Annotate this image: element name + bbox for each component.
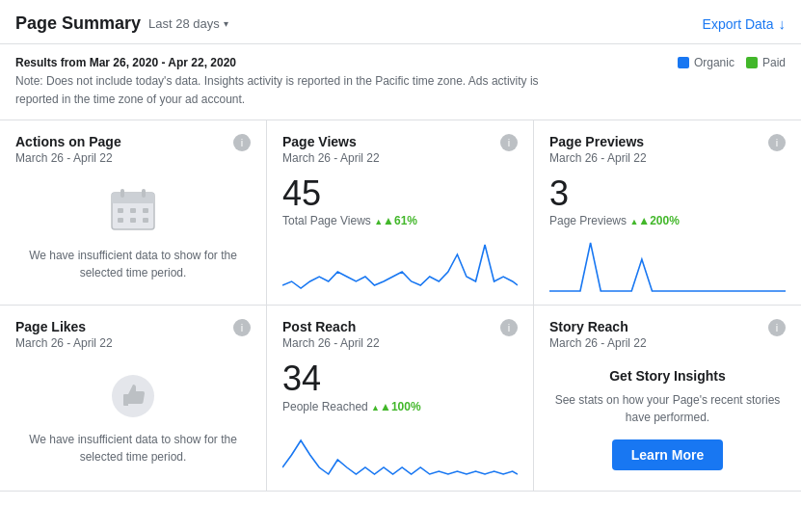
svg-rect-1	[112, 193, 154, 203]
card-title: Post Reach	[282, 319, 380, 334]
metric-value: 3	[549, 174, 786, 213]
page-previews-chart	[549, 235, 786, 293]
header: Page Summary Last 28 days ▾ Export Data …	[0, 0, 801, 44]
paid-dot	[746, 57, 758, 68]
info-icon[interactable]: i	[500, 319, 518, 336]
card-title: Page Likes	[15, 319, 113, 334]
insufficient-text: We have insufficient data to show for th…	[15, 247, 251, 281]
notice-dates: Results from Mar 26, 2020 - Apr 22, 2020	[15, 56, 236, 69]
card-title: Page Views	[282, 134, 380, 149]
chevron-down-icon: ▾	[224, 18, 228, 29]
metric-label-text: Total Page Views	[282, 214, 371, 227]
card-body: We have insufficient data to show for th…	[15, 174, 251, 294]
card-title: Story Reach	[549, 319, 647, 334]
notice-details: Note: Does not include today's data. Ins…	[15, 74, 539, 106]
page-views-chart	[282, 235, 518, 293]
organic-label: Organic	[694, 56, 734, 69]
card-header: Story Reach March 26 - April 22 i	[549, 319, 786, 358]
svg-rect-3	[142, 189, 146, 198]
page-previews-card: Page Previews March 26 - April 22 i 3 Pa…	[534, 120, 801, 306]
metric-value: 45	[282, 174, 518, 213]
card-title-block: Story Reach March 26 - April 22	[549, 319, 647, 358]
metric-label: People Reached ▲100%	[282, 400, 518, 413]
metric-change: ▲100%	[371, 400, 421, 413]
svg-rect-6	[143, 208, 148, 213]
actions-on-page-card: Actions on Page March 26 - April 22 i	[0, 120, 267, 306]
date-range-selector[interactable]: Last 28 days ▾	[148, 16, 228, 31]
date-range-label: Last 28 days	[148, 16, 220, 31]
legend: Organic Paid	[678, 54, 786, 69]
metric-value: 34	[282, 359, 518, 398]
metric-change: ▲61%	[374, 214, 417, 227]
card-title-block: Page Likes March 26 - April 22	[15, 319, 113, 358]
svg-rect-4	[118, 208, 123, 213]
story-reach-card: Story Reach March 26 - April 22 i Get St…	[534, 306, 801, 491]
learn-more-button[interactable]: Learn More	[612, 439, 723, 470]
metric-change: ▲200%	[629, 214, 680, 227]
svg-rect-9	[143, 218, 148, 223]
header-left: Page Summary Last 28 days ▾	[15, 13, 228, 34]
insufficient-text: We have insufficient data to show for th…	[15, 431, 251, 466]
notice-bar: Results from Mar 26, 2020 - Apr 22, 2020…	[0, 44, 801, 120]
metric-label: Total Page Views ▲61%	[282, 214, 518, 227]
page-container: Page Summary Last 28 days ▾ Export Data …	[0, 0, 801, 492]
notice-text: Results from Mar 26, 2020 - Apr 22, 2020…	[15, 54, 574, 110]
organic-dot	[678, 57, 689, 68]
post-reach-card: Post Reach March 26 - April 22 i 34 Peop…	[267, 306, 534, 491]
info-icon[interactable]: i	[233, 319, 251, 336]
card-title-block: Page Views March 26 - April 22	[282, 134, 380, 173]
legend-paid: Paid	[746, 56, 786, 69]
card-header: Page Likes March 26 - April 22 i	[15, 319, 251, 358]
card-header: Post Reach March 26 - April 22 i	[282, 319, 518, 358]
card-date: March 26 - April 22	[282, 336, 380, 350]
card-date: March 26 - April 22	[549, 336, 647, 350]
card-title-block: Post Reach March 26 - April 22	[282, 319, 380, 358]
card-header: Page Previews March 26 - April 22 i	[549, 134, 786, 173]
story-reach-body: Get Story Insights See stats on how your…	[549, 359, 786, 479]
page-title: Page Summary	[15, 13, 141, 34]
card-date: March 26 - April 22	[15, 151, 121, 165]
info-icon[interactable]: i	[233, 134, 251, 151]
card-title-block: Page Previews March 26 - April 22	[549, 134, 647, 173]
metric-label-text: People Reached	[282, 400, 368, 413]
card-date: March 26 - April 22	[15, 336, 113, 350]
legend-organic: Organic	[678, 56, 734, 69]
info-icon[interactable]: i	[768, 319, 786, 336]
card-date: March 26 - April 22	[549, 151, 647, 165]
metric-label-text: Page Previews	[549, 214, 627, 227]
paid-label: Paid	[762, 56, 786, 69]
card-body: 45 Total Page Views ▲61%	[282, 174, 518, 294]
card-date: March 26 - April 22	[282, 151, 380, 165]
page-likes-card: Page Likes March 26 - April 22 i We have…	[0, 306, 267, 491]
export-label: Export Data	[703, 16, 774, 32]
metric-label: Page Previews ▲200%	[549, 214, 786, 227]
story-reach-desc: See stats on how your Page's recent stor…	[549, 391, 786, 426]
card-title: Actions on Page	[15, 134, 121, 149]
card-title-block: Actions on Page March 26 - April 22	[15, 134, 121, 173]
card-header: Actions on Page March 26 - April 22 i	[15, 134, 251, 173]
card-title: Page Previews	[549, 134, 647, 149]
card-body: 34 People Reached ▲100%	[282, 359, 518, 479]
cards-grid: Actions on Page March 26 - April 22 i	[0, 120, 801, 492]
card-body: We have insufficient data to show for th…	[15, 359, 251, 479]
svg-rect-2	[120, 189, 124, 198]
post-reach-chart	[282, 421, 518, 479]
svg-rect-7	[118, 218, 123, 223]
info-icon[interactable]: i	[768, 134, 786, 151]
export-data-button[interactable]: Export Data ↓	[703, 15, 786, 32]
download-icon: ↓	[779, 15, 787, 32]
story-reach-title: Get Story Insights	[609, 368, 726, 384]
svg-rect-5	[130, 208, 136, 213]
thumbs-up-icon	[110, 373, 156, 419]
svg-rect-8	[130, 218, 136, 223]
calendar-icon	[108, 185, 158, 235]
info-icon[interactable]: i	[500, 134, 518, 151]
card-body: 3 Page Previews ▲200%	[549, 174, 786, 294]
card-header: Page Views March 26 - April 22 i	[282, 134, 518, 173]
page-views-card: Page Views March 26 - April 22 i 45 Tota…	[267, 120, 534, 306]
